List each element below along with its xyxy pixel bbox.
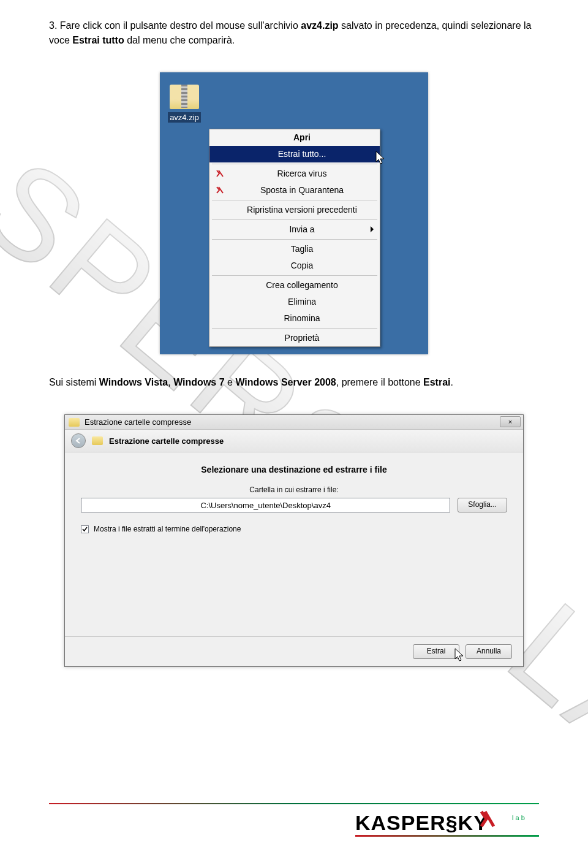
wizard-footer: Estrai Annulla bbox=[65, 636, 523, 666]
text: Sui sistemi bbox=[49, 377, 99, 387]
wizard-body: Selezionare una destinazione ed estrarre… bbox=[65, 452, 523, 636]
text: e bbox=[225, 377, 236, 387]
context-menu-screenshot: avz4.zip Apri Estrai tutto... Ricerca vi… bbox=[160, 72, 428, 354]
svg-rect-2 bbox=[355, 835, 539, 837]
kaspersky-icon bbox=[216, 169, 224, 178]
menu-properties[interactable]: Proprietà bbox=[209, 330, 380, 346]
menu-label: Sposta in Quarantena bbox=[260, 185, 344, 195]
separator bbox=[212, 164, 377, 164]
folder-icon bbox=[170, 85, 199, 109]
menu-quarantine[interactable]: Sposta in Quarantena bbox=[209, 182, 380, 199]
submenu-arrow-icon bbox=[371, 226, 374, 232]
os-name: Windows 7 bbox=[173, 377, 224, 387]
close-button[interactable]: × bbox=[500, 416, 521, 427]
separator bbox=[212, 328, 377, 329]
footer-divider bbox=[49, 803, 539, 804]
menu-copy[interactable]: Copia bbox=[209, 257, 380, 274]
text: . bbox=[451, 377, 453, 387]
window-titlebar: Estrazione cartelle compresse × bbox=[65, 415, 523, 430]
page-footer: KASPER§KY l a b bbox=[49, 803, 539, 837]
zip-file-icon[interactable]: avz4.zip bbox=[166, 85, 203, 123]
path-label: Cartella in cui estrarre i file: bbox=[81, 485, 507, 494]
folder-icon bbox=[92, 436, 103, 445]
wizard-header: Estrazione cartelle compresse bbox=[65, 430, 523, 452]
menu-extract-all[interactable]: Estrai tutto... bbox=[209, 146, 380, 162]
checkbox-label: Mostra i file estratti al termine dell'o… bbox=[94, 525, 241, 533]
extraction-wizard-screenshot: Estrazione cartelle compresse × Estrazio… bbox=[64, 414, 524, 667]
menu-create-shortcut[interactable]: Crea collegamento bbox=[209, 277, 380, 294]
os-name: Windows Vista bbox=[99, 377, 168, 387]
wizard-header-title: Estrazione cartelle compresse bbox=[109, 436, 224, 446]
browse-button[interactable]: Sfoglia... bbox=[458, 498, 507, 512]
destination-path-input[interactable]: C:\Users\nome_utente\Desktop\avz4 bbox=[81, 498, 450, 512]
filename: avz4.zip bbox=[301, 20, 338, 31]
desktop-background: avz4.zip Apri Estrai tutto... Ricerca vi… bbox=[160, 72, 428, 354]
menu-label: Invia a bbox=[289, 224, 314, 234]
menu-cut[interactable]: Taglia bbox=[209, 241, 380, 257]
svg-text:KASPER§KY: KASPER§KY bbox=[355, 811, 488, 834]
context-menu: Apri Estrai tutto... Ricerca virus Spost… bbox=[209, 129, 380, 347]
button-name: Estrai bbox=[423, 377, 450, 387]
separator bbox=[212, 200, 377, 200]
extract-button[interactable]: Estrai bbox=[413, 644, 459, 659]
back-button[interactable] bbox=[71, 433, 86, 448]
menu-rename[interactable]: Rinomina bbox=[209, 310, 380, 327]
wizard-heading: Selezionare una destinazione ed estrarre… bbox=[81, 465, 507, 474]
text: , bbox=[168, 377, 173, 387]
os-name: Windows Server 2008 bbox=[235, 377, 336, 387]
separator bbox=[212, 219, 377, 220]
menu-restore-versions[interactable]: Ripristina versioni precedenti bbox=[209, 202, 380, 218]
separator bbox=[212, 239, 377, 240]
window-title: Estrazione cartelle compresse bbox=[85, 417, 191, 427]
instruction-step-3: 3. Fare click con il pulsante destro del… bbox=[49, 18, 539, 48]
svg-text:l a b: l a b bbox=[512, 814, 525, 821]
action-name: Estrai tutto bbox=[72, 35, 124, 45]
menu-send-to[interactable]: Invia a bbox=[209, 221, 380, 238]
text: dal menu che comparirà. bbox=[124, 35, 235, 45]
checkbox-checked-icon[interactable] bbox=[81, 525, 89, 533]
kaspersky-logo: KASPER§KY l a b bbox=[355, 808, 539, 837]
menu-label: Ricerca virus bbox=[277, 169, 327, 178]
folder-icon bbox=[69, 418, 80, 427]
kaspersky-icon bbox=[216, 186, 224, 194]
text: 3. Fare click con il pulsante destro del… bbox=[49, 20, 301, 31]
text: , premere il bottone bbox=[336, 377, 423, 387]
separator bbox=[212, 275, 377, 276]
menu-open[interactable]: Apri bbox=[209, 129, 380, 146]
caption-windows-vista: Sui sistemi Windows Vista, Windows 7 e W… bbox=[49, 375, 539, 390]
show-files-checkbox-row[interactable]: Mostra i file estratti al termine dell'o… bbox=[81, 525, 507, 533]
zip-file-label: avz4.zip bbox=[168, 112, 201, 123]
menu-scan-virus[interactable]: Ricerca virus bbox=[209, 166, 380, 182]
menu-delete[interactable]: Elimina bbox=[209, 294, 380, 310]
cancel-button[interactable]: Annulla bbox=[466, 644, 512, 659]
